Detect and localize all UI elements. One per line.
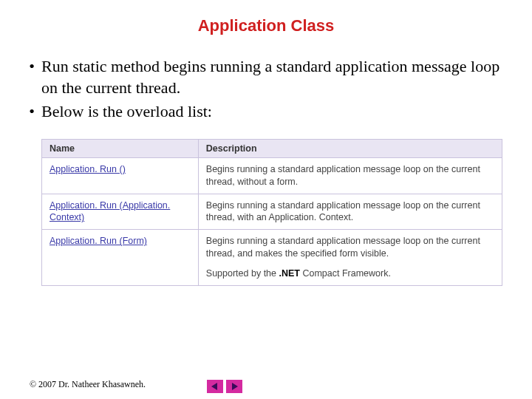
bullet-text: Below is the overload list: <box>41 101 502 123</box>
table-row: Application. Run (Application. Context) … <box>42 194 502 230</box>
overload-link[interactable]: Application. Run (Form) <box>50 236 147 246</box>
col-header-description: Description <box>198 139 502 157</box>
copyright-footer: © 2007 Dr. Natheer Khasawneh. <box>30 379 146 390</box>
list-item: • Run static method begins running a sta… <box>22 56 502 98</box>
overload-link[interactable]: Application. Run () <box>50 164 126 174</box>
overload-name-cell: Application. Run (Application. Context) <box>42 194 199 230</box>
table-row: Application. Run (Form) Begins running a… <box>42 230 502 286</box>
overload-desc-cell: Begins running a standard application me… <box>198 194 502 230</box>
overload-name-cell: Application. Run (Form) <box>42 230 199 286</box>
prev-slide-button[interactable] <box>207 380 223 393</box>
bullet-dot: • <box>22 56 41 78</box>
triangle-left-icon <box>211 382 219 391</box>
svg-marker-0 <box>211 383 217 390</box>
next-slide-button[interactable] <box>226 380 242 393</box>
supported-suffix: Compact Framework. <box>300 268 391 279</box>
overload-desc-text: Begins running a standard application me… <box>206 236 480 259</box>
triangle-right-icon <box>230 382 239 391</box>
overload-name-cell: Application. Run () <box>42 157 199 194</box>
overload-desc-cell: Begins running a standard application me… <box>198 230 502 286</box>
overload-table: Name Description Application. Run () Beg… <box>41 139 502 286</box>
col-header-name: Name <box>42 139 199 157</box>
overload-table-container: Name Description Application. Run () Beg… <box>41 139 502 286</box>
bullet-text: Run static method begins running a stand… <box>41 56 502 98</box>
nav-arrows <box>207 380 242 393</box>
bullet-list: • Run static method begins running a sta… <box>0 56 532 123</box>
overload-desc-cell: Begins running a standard application me… <box>198 157 502 194</box>
supported-note: Supported by the .NET Compact Framework. <box>206 267 494 280</box>
list-item: • Below is the overload list: <box>22 101 502 123</box>
supported-bold: .NET <box>279 268 300 279</box>
table-row: Application. Run () Begins running a sta… <box>42 157 502 194</box>
svg-marker-1 <box>232 383 238 390</box>
page-title: Application Class <box>0 0 532 56</box>
supported-prefix: Supported by the <box>206 268 279 279</box>
overload-link[interactable]: Application. Run (Application. Context) <box>50 200 170 223</box>
bullet-dot: • <box>22 101 41 123</box>
